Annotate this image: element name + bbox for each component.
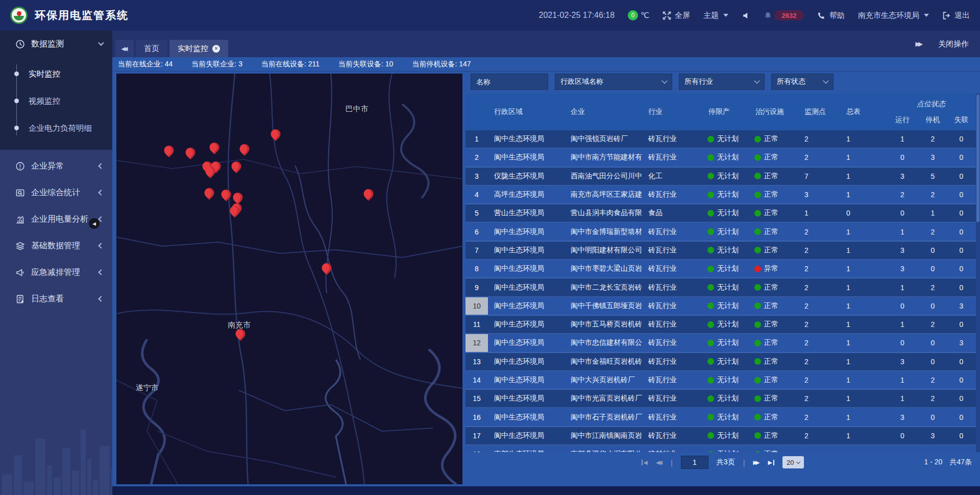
cell-stop-status: 无计划 <box>705 208 752 218</box>
tabs-scroll-right-button[interactable]: ▶▶ <box>916 40 923 48</box>
cell-facility-status: 正常 <box>752 283 797 292</box>
org-menu[interactable]: 南充市生态环境局 <box>858 11 929 20</box>
page-size-select[interactable]: 20 <box>782 456 804 468</box>
name-search-input[interactable] <box>471 74 548 90</box>
sidebar-item-应急减排管理[interactable]: 应急减排管理 <box>0 259 112 286</box>
tabs-scroll-left-button[interactable]: ◀◀ <box>115 40 134 57</box>
map-collapse-button[interactable]: ◀ <box>89 218 100 229</box>
theme-button[interactable]: 主题 <box>703 11 728 20</box>
layers-icon <box>15 241 25 251</box>
tab-首页[interactable]: 首页 <box>136 40 167 57</box>
table-row[interactable]: 7阆中生态环境局阆中明阳建材有限公司砖瓦行业无计划正常21300 <box>465 242 976 260</box>
table-row[interactable]: 6阆中生态环境局阆中市金博瑞新型墙材砖瓦行业无计划正常21120 <box>465 223 976 241</box>
cell-region: 高坪生态环境局 <box>488 190 568 199</box>
cell-run: 0 <box>886 302 919 310</box>
cell-run: 0 <box>886 432 919 440</box>
sidebar-subitem-视频监控[interactable]: 视频监控 <box>0 87 112 114</box>
status-dot-icon <box>707 247 714 253</box>
cell-stop-status: 无计划 <box>705 264 752 273</box>
next-page-button[interactable]: ▶▶ <box>753 459 760 466</box>
sidebar-item-企业综合统计[interactable]: 企业综合统计 <box>0 179 112 206</box>
logout-button[interactable]: 退出 <box>942 11 970 20</box>
cell-lost: 3 <box>947 302 976 310</box>
prev-page-button[interactable]: ◀◀ <box>656 459 663 466</box>
tab-bar-right: ▶▶ 关闭操作 <box>916 31 980 57</box>
table-row[interactable]: 15阆中生态环境局阆中市光富页岩机砖厂砖瓦行业无计划正常21120 <box>465 390 976 408</box>
sidebar-subitem-实时监控[interactable]: 实时监控 <box>0 60 112 87</box>
table-row[interactable]: 17阆中生态环境局阆中市江南镇阆南页岩砖瓦行业无计划正常21030 <box>465 427 976 445</box>
status-dot-icon <box>754 358 761 365</box>
chevron-down-icon <box>823 78 828 83</box>
building-silhouette <box>100 446 110 495</box>
mute-button[interactable] <box>742 11 750 20</box>
pagination-bar: ◀ ◀◀ | 共3页 | ▶▶ ▶ 20 1 - 20 共47条 <box>465 452 980 473</box>
industry-select[interactable]: 所有行业 <box>679 74 765 90</box>
table-row[interactable]: 16阆中生态环境局阆中市石子页岩机砖厂砖瓦行业无计划正常21300 <box>465 408 976 427</box>
cell-run: 1 <box>886 376 919 384</box>
cell-points: 2 <box>797 246 840 254</box>
cell-meters: 1 <box>840 228 886 236</box>
cell-industry: 砖瓦行业 <box>645 190 705 199</box>
table-row[interactable]: 10阆中生态环境局阆中千佛镇五郎垭页岩砖瓦行业无计划正常21003 <box>465 297 976 316</box>
cell-meters: 1 <box>840 394 886 403</box>
chevron-down-icon <box>662 78 667 83</box>
table-row[interactable]: 5营山生态环境局营山县润丰肉食品有限食品无计划正常10010 <box>465 204 976 223</box>
cell-stop-status: 无计划 <box>705 375 752 385</box>
cell-points: 2 <box>797 265 840 273</box>
scrollbar-thumb[interactable] <box>976 95 979 222</box>
region-select[interactable]: 行政区域名称 <box>555 74 672 90</box>
cell-stop-status: 无计划 <box>705 413 752 422</box>
table-row[interactable]: 4高坪生态环境局南充市高坪区王家店建砖瓦行业无计划正常31220 <box>465 186 976 204</box>
cell-points: 2 <box>797 432 840 440</box>
table-row[interactable]: 3仪陇生态环境局西南油气田分公司川中化工无计划正常71350 <box>465 168 976 186</box>
fullscreen-icon <box>663 11 671 20</box>
cell-industry: 砖瓦行业 <box>645 283 705 292</box>
table-row[interactable]: 2阆中生态环境局阆中市南方节能建材有砖瓦行业无计划正常21030 <box>465 149 976 167</box>
cell-run: 3 <box>886 358 919 366</box>
cell-company: 阆中市南方节能建材有 <box>568 153 645 162</box>
cell-run: 1 <box>886 135 919 143</box>
status-dot-icon <box>707 414 714 420</box>
table-row[interactable]: 9阆中生态环境局阆中市二龙长宝页岩砖砖瓦行业无计划正常21120 <box>465 278 976 297</box>
status-select[interactable]: 所有状态 <box>771 74 834 90</box>
sidebar-item-企业异常[interactable]: 企业异常 <box>0 153 112 179</box>
tab-实时监控[interactable]: 实时监控✕ <box>169 40 228 57</box>
cell-industry: 砖瓦行业 <box>645 431 705 440</box>
sidebar-item-基础数据管理[interactable]: 基础数据管理 <box>0 232 112 259</box>
last-page-button[interactable]: ▶ <box>768 459 774 466</box>
cell-points: 7 <box>797 172 840 180</box>
sidebar-item-日志查看[interactable]: 日志查看 <box>0 286 112 312</box>
close-operations-button[interactable]: 关闭操作 <box>938 39 969 49</box>
table-row[interactable]: 8阆中生态环境局阆中市枣碧大梁山页岩砖瓦行业无计划异常21300 <box>465 260 976 278</box>
status-dot-icon <box>754 228 761 235</box>
table-row[interactable]: 18南部生态环境局南部县强华水泥有限公建材行业无计划正常 <box>465 445 976 452</box>
tab-close-icon[interactable]: ✕ <box>212 45 220 53</box>
first-page-button[interactable]: ◀ <box>642 459 648 466</box>
table-row[interactable]: 1阆中生态环境局阆中强锐页岩砖厂砖瓦行业无计划正常21120 <box>465 130 976 149</box>
region-select-value: 行政区域名称 <box>560 77 603 86</box>
cell-facility-status: 正常 <box>752 320 797 329</box>
notifications-button[interactable]: 2632 <box>764 10 804 20</box>
cell-stopped: 5 <box>919 172 947 180</box>
col-company: 企业 <box>568 93 645 130</box>
map-panel[interactable]: 巴中市南充市遂宁市 <box>116 74 462 484</box>
help-button[interactable]: 帮助 <box>817 11 845 20</box>
cell-stop-status: 无计划 <box>705 190 752 199</box>
table-scrollbar[interactable] <box>976 93 980 452</box>
cell-stopped: 2 <box>919 228 947 236</box>
table-row[interactable]: 14阆中生态环境局阆中大兴页岩机砖厂砖瓦行业无计划正常21120 <box>465 371 976 390</box>
table-row[interactable]: 13阆中生态环境局阆中市金福旺页岩机砖砖瓦行业无计划正常21300 <box>465 353 976 371</box>
page-number-input[interactable] <box>681 456 708 469</box>
fullscreen-button[interactable]: 全屏 <box>663 11 690 20</box>
table-row[interactable]: 11阆中生态环境局阆中市五马桥页岩机砖砖瓦行业无计划正常21120 <box>465 316 976 334</box>
cell-meters: 1 <box>840 376 886 384</box>
sidebar-item-data-monitor[interactable]: 数据监测 <box>0 31 112 57</box>
cell-stopped: 2 <box>919 320 947 328</box>
sidebar-subitem-企业电力负荷明细[interactable]: 企业电力负荷明细 <box>0 114 112 142</box>
cell-lost: 0 <box>947 191 976 199</box>
cell-region: 营山生态环境局 <box>488 208 568 218</box>
status-dot-icon <box>707 302 714 309</box>
status-dot-icon <box>707 192 714 198</box>
cell-meters: 1 <box>840 339 886 347</box>
table-row[interactable]: 12阆中生态环境局阆中市忠信建材有限公砖瓦行业无计划正常21003 <box>465 334 976 352</box>
